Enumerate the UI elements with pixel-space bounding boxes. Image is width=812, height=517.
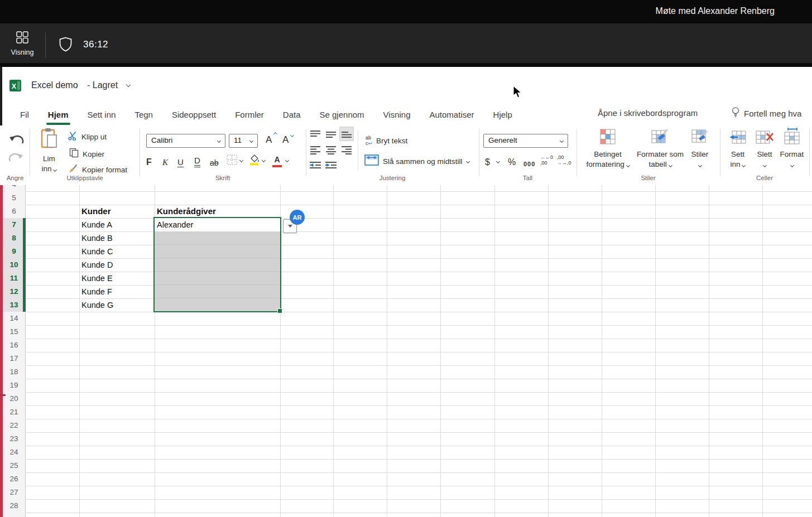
cell-b7[interactable]: Kunde A [81,218,112,231]
increase-indent-button[interactable] [324,158,338,173]
cell-b12[interactable]: Kunde F [81,285,112,298]
currency-button[interactable]: $ [485,153,490,167]
open-in-desktop-link[interactable]: Åpne i skrivebordsprogram [598,108,698,118]
row-header-20[interactable]: 20 [3,392,25,405]
merge-center-button[interactable]: Slå sammen og midtstill [364,154,469,168]
format-cells-button[interactable]: Format [779,128,805,170]
tab-automatiser[interactable]: Automatiser [420,104,484,125]
tab-formler[interactable]: Formler [225,104,273,125]
insert-cells-button[interactable]: Sett inn [725,130,750,170]
cell-b6-kunder[interactable]: Kunder [81,205,111,218]
view-button[interactable]: Visning [7,31,38,56]
font-color-button[interactable]: A [272,154,282,167]
tab-hjelp[interactable]: Hjelp [484,104,522,125]
row-header-6[interactable]: 6 [3,205,25,218]
bold-button[interactable]: F [146,153,152,167]
row-header-25[interactable]: 25 [3,459,25,472]
row-header-7[interactable]: 7 [3,218,25,231]
tab-fil[interactable]: Fil [11,104,39,125]
fill-handle[interactable] [277,308,282,313]
row-header-22[interactable]: 22 [3,419,25,432]
increase-font-size-button[interactable]: A [266,134,272,146]
cell-c6-kunderadgiver[interactable]: Kunderådgiver [157,205,216,218]
tab-sett-inn[interactable]: Sett inn [78,104,126,125]
row-header-9[interactable]: 9 [3,245,25,258]
underline-button[interactable]: U [177,153,184,167]
row-header-21[interactable]: 21 [3,405,25,419]
cell-b10[interactable]: Kunde D [81,258,113,272]
align-right-button[interactable] [339,143,354,157]
tab-hjem[interactable]: Hjem [39,104,78,125]
row-header-18[interactable]: 18 [3,365,25,379]
row-header-27[interactable]: 27 [3,486,25,499]
align-middle-button[interactable] [324,127,338,142]
row-header-10[interactable]: 10 [3,258,25,272]
cell-c7-advisor[interactable]: Alexander [157,218,193,231]
cell-styles-button[interactable]: Stiler [685,128,714,170]
format-as-table-button[interactable]: Formater som tabell [636,128,684,170]
increase-decimal-button[interactable]: ←←0 ,00 [540,155,553,166]
font-size-combobox[interactable]: 11 [229,134,258,148]
borders-button[interactable] [227,154,237,167]
percent-button[interactable]: % [508,153,516,167]
align-bottom-button[interactable] [339,127,354,141]
strikethrough-button[interactable]: ab [210,153,219,167]
chevron-down-icon[interactable] [126,83,131,87]
row-header-17[interactable]: 17 [3,352,25,365]
format-painter-button[interactable]: Kopier format [68,163,127,176]
spreadsheet-grid[interactable]: 4567891011121314151617181920212223242526… [0,185,812,517]
align-left-button[interactable] [308,143,323,157]
document-title[interactable]: Excel demo - Lagret [31,80,118,90]
selection-fill-area[interactable] [155,231,280,311]
tab-sideoppsett[interactable]: Sideoppsett [162,104,225,125]
row-header-28[interactable]: 28 [3,499,25,513]
cell-b8[interactable]: Kunde B [81,231,113,245]
wrap-text-button[interactable]: ab c↩ Bryt tekst [366,136,407,146]
paste-button[interactable]: Lim inn [36,128,63,174]
copy-button[interactable]: Kopier [69,148,104,160]
comma-style-button[interactable]: 000 [523,153,535,167]
row-header-15[interactable]: 15 [3,325,25,339]
font-color-dropdown-chevron[interactable] [285,158,289,162]
italic-button[interactable]: K [162,153,168,167]
row-header-11[interactable]: 11 [3,272,25,285]
decrease-font-size-button[interactable]: A [282,134,289,146]
redo-button[interactable] [8,150,25,167]
row-header-13[interactable]: 13 [3,298,25,312]
row-header-24[interactable]: 24 [3,446,25,459]
tab-se-gjennom[interactable]: Se gjennom [310,104,374,125]
row-header-14[interactable]: 14 [3,312,25,325]
currency-dropdown-chevron[interactable] [496,160,500,163]
row-header-8[interactable]: 8 [3,231,25,245]
selected-range-c7-c13[interactable]: Alexander [153,217,281,312]
decrease-decimal-button[interactable]: ,00 →→,0 [557,155,571,166]
row-header-26[interactable]: 26 [3,472,25,486]
tab-tegn[interactable]: Tegn [125,104,162,125]
row-header-16[interactable]: 16 [3,339,25,352]
decrease-indent-button[interactable] [308,158,323,173]
tab-data[interactable]: Data [273,104,310,125]
delete-cells-button[interactable]: Slett [752,130,777,170]
undo-button[interactable] [8,132,25,149]
cut-button[interactable]: Klipp ut [68,131,107,143]
row-header-4[interactable]: 4 [3,185,25,191]
borders-dropdown-chevron[interactable] [239,158,243,162]
tab-visning[interactable]: Visning [374,104,420,125]
cell-b11[interactable]: Kunde E [81,272,113,285]
cell-b9[interactable]: Kunde C [81,245,113,258]
font-family-combobox[interactable]: Calibri [146,134,225,148]
row-header-12[interactable]: 12 [3,285,25,298]
conditional-formatting-button[interactable]: Betinget formatering [582,128,634,170]
cell-b13[interactable]: Kunde G [81,298,113,312]
fill-color-button[interactable] [249,153,260,168]
row-header-5[interactable]: 5 [3,191,25,205]
row-header-19[interactable]: 19 [3,379,25,392]
tell-me-button[interactable]: Fortell meg hva [731,107,801,120]
row-header-column[interactable]: 4567891011121314151617181920212223242526… [3,185,25,517]
fill-color-dropdown-chevron[interactable] [262,158,266,162]
row-header-23[interactable]: 23 [3,432,25,446]
align-top-button[interactable] [308,127,323,142]
align-center-button[interactable] [324,143,338,157]
number-format-combobox[interactable]: Generelt [483,134,568,148]
double-underline-button[interactable]: D [194,153,200,167]
